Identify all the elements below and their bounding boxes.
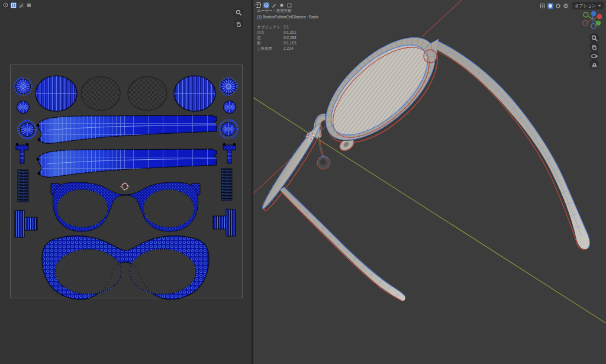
stat-row-vertices: 頂点0/1,201: [257, 30, 318, 35]
gizmo-axis-z-neg[interactable]: [591, 24, 596, 28]
viewport-shading-button-2[interactable]: [547, 3, 553, 9]
uv-island-lens-oval-1[interactable]: [36, 76, 77, 111]
uv-canvas[interactable]: [0, 0, 252, 364]
uv-pan-tool-button[interactable]: [234, 19, 243, 28]
stat-label: 辺: [257, 35, 283, 40]
stat-value: 0/1,201: [283, 30, 296, 35]
viewport-mode-button-1[interactable]: [263, 2, 269, 8]
uv-editor-header: [2, 2, 32, 8]
gizmo-axis-x[interactable]: [597, 14, 602, 20]
stat-label: 頂点: [257, 30, 283, 35]
uv-island-disc-small-2[interactable]: [224, 101, 236, 114]
uv-editor-type-button[interactable]: [2, 2, 9, 8]
viewport-zoom-tool-button[interactable]: [589, 33, 599, 43]
viewport-overlay-text: ユーザー・透視投影 (1) BostonFullrimCelGlasses : …: [257, 8, 318, 51]
hand-icon: [236, 21, 242, 27]
magnifier-icon: [591, 35, 598, 41]
uv-island-disc-small-1[interactable]: [17, 101, 30, 114]
viewport-3d-canvas[interactable]: [253, 0, 606, 364]
magnifier-icon: [236, 9, 242, 16]
blender-window: オプション ユーザー・透視投影 (1) BostonFullrimCelGlas…: [0, 0, 606, 364]
gizmo-axis-y-neg[interactable]: [596, 21, 601, 25]
viewport-mode-button-3[interactable]: [279, 2, 285, 8]
camera-icon: [591, 53, 598, 59]
uv-island-lens-oval-2[interactable]: [174, 76, 215, 111]
view-mode-label: ユーザー・透視投影: [257, 8, 318, 14]
gizmo-axis-y[interactable]: [584, 12, 588, 17]
stat-label: 面: [257, 40, 283, 46]
stat-value: 0/2,288: [283, 35, 296, 40]
stat-value: 2,224: [283, 46, 293, 51]
stat-row-objects: オブジェクト1/1: [257, 24, 318, 30]
uv-island-stripe-block-1[interactable]: [18, 170, 28, 202]
uv-editor-pane: [0, 0, 252, 364]
stat-row-edges: 辺0/2,288: [257, 35, 318, 40]
navigation-gizmo[interactable]: [579, 7, 605, 33]
hand-icon: [591, 44, 598, 50]
stat-label: 三角形面: [257, 46, 283, 51]
uv-mode-paint-button[interactable]: [18, 2, 24, 8]
viewport-pan-tool-button[interactable]: [589, 42, 599, 51]
viewport-mode-button-2[interactable]: [271, 2, 277, 8]
perspective-grid-icon: [591, 62, 598, 68]
viewport-shading-button-4[interactable]: [563, 3, 569, 9]
viewport-mode-button-4[interactable]: [286, 2, 292, 8]
mesh-stats: オブジェクト1/1 頂点0/1,201 辺0/2,288 面0/1,103 三角…: [257, 24, 318, 51]
uv-island-lens-dark-2[interactable]: [128, 77, 167, 111]
gizmo-axis-x-neg[interactable]: [583, 21, 588, 25]
uv-mode-mask-button[interactable]: [26, 2, 32, 8]
stat-value: 0/1,103: [283, 40, 296, 46]
viewport-shading-button-1[interactable]: [540, 3, 546, 9]
gizmo-axis-z[interactable]: [591, 11, 597, 17]
viewport-shading-button-3[interactable]: [555, 3, 561, 9]
uv-island-stripe-block-2[interactable]: [221, 169, 232, 201]
object-info-label: (1) BostonFullrimCelGlasses : Basis: [257, 14, 318, 20]
viewport-3d-pane: オプション ユーザー・透視投影 (1) BostonFullrimCelGlas…: [253, 0, 606, 364]
uv-zoom-tool-button[interactable]: [234, 8, 243, 17]
stat-label: オブジェクト: [257, 24, 283, 30]
uv-island-lens-dark-1[interactable]: [81, 77, 120, 111]
stat-row-faces: 面0/1,103: [257, 40, 318, 46]
stat-row-triangles: 三角形面2,224: [257, 46, 318, 51]
stat-value: 1/1: [283, 24, 289, 30]
viewport-camera-button[interactable]: [589, 51, 599, 60]
viewport-perspective-button[interactable]: [589, 60, 599, 69]
uv-mode-view-button[interactable]: [11, 2, 17, 8]
